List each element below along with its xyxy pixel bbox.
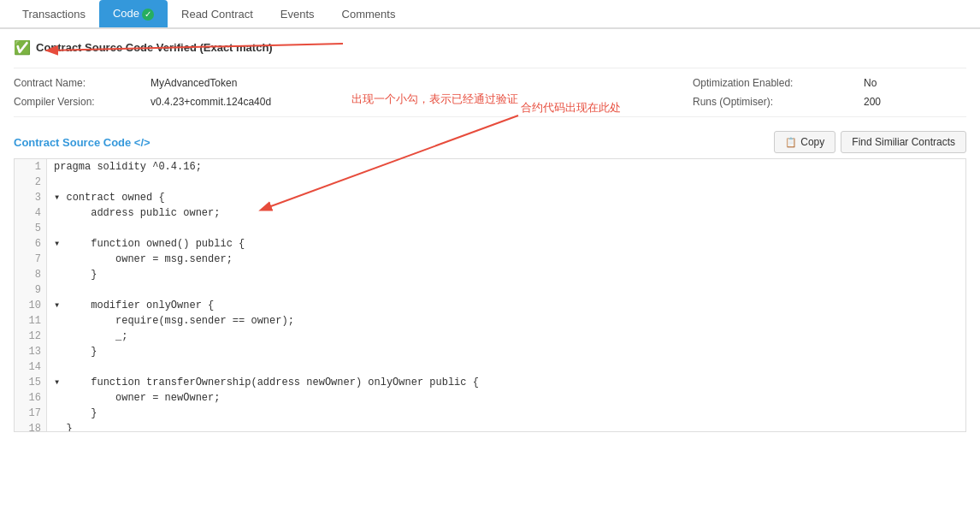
line-number: 9: [15, 282, 46, 298]
code-line: }: [47, 344, 965, 359]
line-number: 17: [15, 406, 46, 421]
code-line: }: [47, 406, 965, 421]
find-similar-label: Find Similiar Contracts: [852, 136, 955, 148]
code-editor-inner[interactable]: 1234567891011121314151617181920212223242…: [15, 159, 965, 431]
code-line: pragma solidity ^0.4.16;: [47, 159, 965, 175]
copy-label: Copy: [800, 136, 824, 148]
contract-info-grid: Contract Name: MyAdvancedToken Optimizat…: [14, 68, 966, 117]
code-line: _;: [47, 329, 965, 344]
verified-text: Contract Source Code Verified (Exact mat…: [36, 41, 273, 54]
compiler-version-value: v0.4.23+commit.124ca40d: [151, 96, 693, 108]
code-verified-badge: ✓: [142, 9, 154, 21]
code-line: ▾ modifier onlyOwner {: [47, 298, 965, 313]
optimization-label: Optimization Enabled:: [693, 77, 864, 89]
line-number: 6: [15, 236, 46, 252]
line-number: 2: [15, 175, 46, 190]
code-line: [47, 359, 965, 375]
line-number: 16: [15, 390, 46, 406]
runs-value: 200: [864, 96, 966, 108]
line-number: 8: [15, 267, 46, 282]
code-section-title: Contract Source Code </>: [14, 136, 151, 149]
line-number: 3: [15, 190, 46, 205]
compiler-version-label: Compiler Version:: [14, 96, 151, 108]
line-number: 11: [15, 313, 46, 329]
code-line: [47, 221, 965, 236]
tab-comments[interactable]: Comments: [328, 0, 410, 27]
code-line: [47, 175, 965, 190]
copy-button[interactable]: 📋 Copy: [774, 131, 835, 153]
tab-events[interactable]: Events: [267, 0, 328, 27]
line-number: 4: [15, 205, 46, 221]
verified-section: ✅ Contract Source Code Verified (Exact m…: [14, 39, 966, 56]
line-number: 1: [15, 159, 46, 175]
runs-label: Runs (Optimiser):: [693, 96, 864, 108]
tabs-bar: Transactions Code✓ Read Contract Events …: [0, 0, 980, 29]
line-number: 13: [15, 344, 46, 359]
code-line: ▾ function owned() public {: [47, 236, 965, 252]
code-actions: 📋 Copy Find Similiar Contracts: [774, 131, 966, 153]
code-content: pragma solidity ^0.4.16;▾ contract owned…: [47, 159, 965, 431]
line-number: 12: [15, 329, 46, 344]
code-line: ▾ function transferOwnership(address new…: [47, 375, 965, 390]
verified-banner: ✅ Contract Source Code Verified (Exact m…: [14, 39, 966, 56]
verified-icon: ✅: [14, 39, 31, 56]
line-number: 14: [15, 359, 46, 375]
content-area: ✅ Contract Source Code Verified (Exact m…: [0, 29, 980, 442]
tab-read-contract[interactable]: Read Contract: [168, 0, 267, 27]
line-number: 5: [15, 221, 46, 236]
contract-name-label: Contract Name:: [14, 77, 151, 89]
line-number: 15: [15, 375, 46, 390]
page-wrapper: Transactions Code✓ Read Contract Events …: [0, 0, 980, 442]
line-number: 18: [15, 421, 46, 431]
tab-code[interactable]: Code✓: [99, 0, 168, 27]
copy-icon: 📋: [785, 137, 797, 148]
code-line: owner = msg.sender;: [47, 252, 965, 267]
code-line: [47, 282, 965, 298]
code-line: ▾ contract owned {: [47, 190, 965, 205]
code-editor-container: 1234567891011121314151617181920212223242…: [14, 158, 966, 432]
code-line: }: [47, 421, 965, 431]
line-number: 10: [15, 298, 46, 313]
code-line: owner = newOwner;: [47, 390, 965, 406]
tab-transactions[interactable]: Transactions: [9, 0, 99, 27]
find-similar-button[interactable]: Find Similiar Contracts: [841, 131, 966, 153]
line-numbers: 1234567891011121314151617181920212223242…: [15, 159, 47, 431]
code-line: require(msg.sender == owner);: [47, 313, 965, 329]
code-line: }: [47, 267, 965, 282]
optimization-value: No: [864, 77, 966, 89]
contract-name-value: MyAdvancedToken: [151, 77, 693, 89]
code-line: address public owner;: [47, 205, 965, 221]
code-editor[interactable]: 1234567891011121314151617181920212223242…: [14, 158, 966, 432]
code-section-header: Contract Source Code </> 📋 Copy Find Sim…: [14, 131, 966, 153]
line-number: 7: [15, 252, 46, 267]
